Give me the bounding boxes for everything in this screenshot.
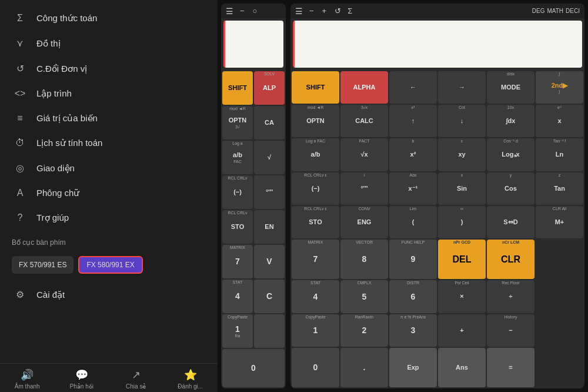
cos-btn[interactable]: y Cos (487, 172, 534, 205)
clr-btn[interactable]: nCr LCM CLR (487, 240, 534, 279)
equals-btn[interactable]: = (487, 348, 534, 387)
8-btn[interactable]: VECTOR 8 (340, 240, 388, 279)
sidebar-item-lich-su[interactable]: ⏱ Lịch sử tính toán (0, 131, 218, 155)
sidebar-label: Phông chữ (36, 188, 79, 198)
9-btn[interactable]: FUNC HELP 9 (389, 240, 437, 279)
sidebar-item-tro-giup[interactable]: ? Trợ giúp (0, 205, 218, 230)
x-btn[interactable]: eˣ x (536, 105, 583, 137)
plus-btn[interactable]: + (438, 314, 486, 347)
up-arrow-btn[interactable]: x³ ↑ (389, 105, 437, 137)
mplus-btn[interactable]: CLR All M+ (536, 206, 583, 238)
sto-btn-left[interactable]: RCL CRLv STO (222, 210, 253, 244)
deg-btn[interactable]: i °''' (340, 172, 388, 205)
sidebar-item-cong-thuc-toan[interactable]: Σ Công thức toán (0, 6, 218, 31)
sidebar-item-phong-chu[interactable]: A Phông chữ (0, 181, 218, 205)
ab-btn-left[interactable]: Log a a/b FAC (222, 141, 253, 174)
ab-btn[interactable]: Log a FAC a/b (292, 138, 339, 171)
menu-icon-right[interactable]: ☰ (295, 6, 303, 16)
nav-chia-se[interactable]: ↗ Chia sẻ (109, 368, 163, 390)
left-arrow-btn[interactable]: ← (389, 71, 437, 104)
nav-danh-gia[interactable]: ⭐ Đánh gi... (163, 368, 218, 390)
alpha-btn[interactable]: ALPHA (340, 71, 388, 104)
exp-btn[interactable]: Exp (389, 348, 437, 387)
div-btn[interactable]: Rec Floor ÷ (487, 280, 534, 313)
ca-btn-left[interactable]: CA (254, 106, 285, 139)
sto-btn[interactable]: RCL CRLv ε STO (292, 206, 339, 238)
eng-btn[interactable]: CONV ENG (340, 206, 388, 238)
xinv-btn[interactable]: Abs x⁻¹ (389, 172, 437, 205)
nav-label: Âm thanh (15, 383, 40, 390)
feedback-icon: 💬 (75, 368, 88, 381)
list-icon: ≡ (12, 113, 28, 124)
optn-btn[interactable]: mod ◄R OPTN (292, 105, 339, 137)
ans-btn[interactable]: Ans (438, 348, 486, 387)
logax-btn[interactable]: Cos⁻¹ d Logₐx (487, 138, 534, 171)
minus-btn[interactable]: History − (487, 314, 534, 347)
deg-btn-left[interactable]: °''' (254, 175, 285, 209)
calc-header-right: ☰ − + ↺ Σ DEG MATH DECI (290, 4, 584, 18)
down-arrow-btn[interactable]: Cot ↓ (438, 105, 486, 137)
nav-am-thanh[interactable]: 🔊 Âm thanh (0, 368, 55, 390)
c-btn-left[interactable]: C (254, 280, 285, 313)
sidebar-item-do-thi[interactable]: ⋎ Đồ thị (0, 31, 218, 56)
dot-btn[interactable]: . (340, 348, 388, 387)
x2-btn[interactable]: b x² (389, 138, 437, 171)
3-btn[interactable]: π e % PreAns 3 (389, 314, 437, 347)
sidebar-item-cdoi-don-vi[interactable]: ↺ C.Đổi Đơn vị (0, 56, 218, 81)
nav-phan-hoi[interactable]: 💬 Phản hồi (55, 368, 109, 390)
7-btn[interactable]: MATRIX 7 (292, 240, 339, 279)
1-btn-left[interactable]: CopyPaste 1 Ra (222, 314, 253, 348)
calc-btn-r[interactable]: 3√x CALC (340, 105, 388, 137)
tan-btn[interactable]: z Tan (536, 172, 583, 205)
plus-btn-right[interactable]: + (320, 6, 329, 16)
sin-btn[interactable]: x Sin (438, 172, 486, 205)
kb-fx580-button[interactable]: FX 580/991 EX (78, 256, 142, 274)
empty-btn-left[interactable] (254, 314, 285, 348)
shift-btn-left[interactable]: SHIFT (222, 71, 253, 105)
minus-btn-left[interactable]: − (238, 6, 246, 16)
5-btn[interactable]: CMPLX 5 (340, 280, 388, 313)
sidebar-item-gia-tri-cua-bien[interactable]: ≡ Giá trị của biến (0, 106, 218, 131)
optn-btn-left[interactable]: mod ◄R OPTN 3√ (222, 106, 253, 139)
mul-btn[interactable]: Pol Ceil × (438, 280, 486, 313)
menu-icon-left[interactable]: ☰ (226, 6, 233, 16)
sidebar-item-cai-dat[interactable]: ⚙ Cài đặt (0, 282, 218, 307)
refresh-btn-right[interactable]: ↺ (333, 6, 343, 16)
shift-btn[interactable]: SHIFT (292, 71, 339, 104)
ln-btn[interactable]: Tan⁻¹ f Ln (536, 138, 583, 171)
calc-panel-left: ☰ − ○ SHIFT SOLV ALP mod ◄R OPTN 3√ CA L… (221, 4, 286, 388)
6-btn[interactable]: DISTR 6 (389, 280, 437, 313)
0-btn-left[interactable]: 0 (222, 349, 285, 387)
4-btn-left[interactable]: STAT 4 (222, 280, 253, 313)
2-btn[interactable]: RanRanIn 2 (340, 314, 388, 347)
kb-fx570-button[interactable]: FX 570/991 ES (12, 256, 74, 274)
lparen-btn[interactable]: Lim ( (389, 206, 437, 238)
2nd-btn[interactable]: ∫ 2nd▶ ∫ (536, 71, 583, 104)
alpha-btn-left[interactable]: SOLV ALP (254, 71, 285, 105)
sidebar-item-giao-dien[interactable]: ◎ Giao diện (0, 155, 218, 181)
minus-btn-right[interactable]: − (308, 6, 316, 16)
sqrt-btn-left[interactable]: √ (254, 141, 285, 174)
en-btn-left[interactable]: EN (254, 210, 285, 244)
sod-btn[interactable]: S⇔D (487, 206, 534, 238)
7-btn-left[interactable]: MATRIX 7 (222, 245, 253, 278)
v-btn-left[interactable]: V (254, 245, 285, 278)
right-arrow-btn[interactable]: → (438, 71, 486, 104)
sqrtx-btn[interactable]: FACT √x (340, 138, 388, 171)
rparen-btn[interactable]: ∞ ) (438, 206, 486, 238)
btn-grid-right: SHIFT ALPHA ← → d/dx MODE ∫ 2nd▶ ∫ mo (290, 70, 584, 388)
4-btn[interactable]: STAT 4 (292, 280, 339, 313)
circle-btn-left[interactable]: ○ (251, 6, 259, 16)
0-btn[interactable]: 0 (292, 348, 339, 387)
keyboard-layout-label: Bố cục bàn phím (0, 232, 218, 253)
share-icon: ↗ (132, 368, 141, 381)
neg-btn-left[interactable]: RCL CRLv (−) (222, 175, 253, 209)
intdx-btn[interactable]: 10x ∫dx (487, 105, 534, 137)
1-btn[interactable]: CopyPaste 1 (292, 314, 339, 347)
mode-btn[interactable]: d/dx MODE (487, 71, 534, 104)
del-btn[interactable]: nPr GCD DEL (438, 240, 486, 279)
sigma-icon-right: Σ (348, 6, 352, 15)
xy-btn[interactable]: c xy (438, 138, 486, 171)
neg-btn[interactable]: RCL CRLv ε (−) (292, 172, 339, 205)
sidebar-item-lap-trinh[interactable]: <> Lập trình (0, 81, 218, 106)
